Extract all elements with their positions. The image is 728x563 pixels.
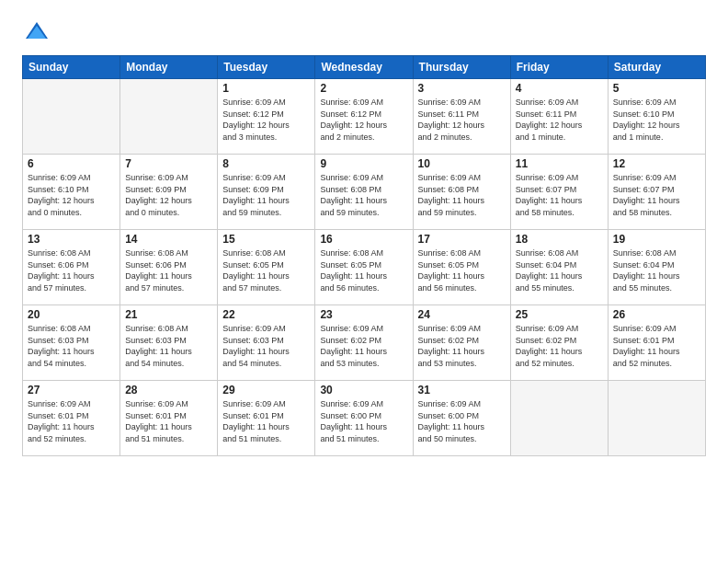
calendar-day-cell: 10Sunrise: 6:09 AM Sunset: 6:08 PM Dayli… xyxy=(413,155,510,230)
day-info: Sunrise: 6:09 AM Sunset: 6:07 PM Dayligh… xyxy=(516,172,603,218)
day-number: 27 xyxy=(28,384,115,396)
day-number: 2 xyxy=(320,82,407,95)
calendar-day-cell: 15Sunrise: 6:08 AM Sunset: 6:05 PM Dayli… xyxy=(218,230,315,305)
calendar-table: SundayMondayTuesdayWednesdayThursdayFrid… xyxy=(22,55,706,456)
day-number: 7 xyxy=(125,157,212,170)
day-info: Sunrise: 6:09 AM Sunset: 6:11 PM Dayligh… xyxy=(418,97,506,143)
calendar-week-row: 13Sunrise: 6:08 AM Sunset: 6:06 PM Dayli… xyxy=(23,230,706,305)
day-info: Sunrise: 6:08 AM Sunset: 6:06 PM Dayligh… xyxy=(125,247,212,293)
day-number: 22 xyxy=(222,308,310,321)
day-info: Sunrise: 6:09 AM Sunset: 6:00 PM Dayligh… xyxy=(418,398,506,444)
day-info: Sunrise: 6:08 AM Sunset: 6:04 PM Dayligh… xyxy=(613,247,700,293)
day-number: 26 xyxy=(613,308,700,321)
day-info: Sunrise: 6:09 AM Sunset: 6:09 PM Dayligh… xyxy=(125,172,212,218)
day-number: 3 xyxy=(418,82,506,95)
day-info: Sunrise: 6:08 AM Sunset: 6:03 PM Dayligh… xyxy=(125,323,212,369)
day-number: 21 xyxy=(125,308,212,321)
weekday-header-cell: Sunday xyxy=(23,56,120,79)
day-number: 8 xyxy=(222,157,310,170)
logo-icon xyxy=(24,18,50,44)
calendar-day-cell: 1Sunrise: 6:09 AM Sunset: 6:12 PM Daylig… xyxy=(218,79,315,155)
calendar-day-cell: 25Sunrise: 6:09 AM Sunset: 6:02 PM Dayli… xyxy=(510,305,608,381)
calendar-day-cell xyxy=(120,79,218,155)
calendar-body: 1Sunrise: 6:09 AM Sunset: 6:12 PM Daylig… xyxy=(23,79,706,456)
day-number: 16 xyxy=(320,233,407,246)
calendar-day-cell: 12Sunrise: 6:09 AM Sunset: 6:07 PM Dayli… xyxy=(608,155,705,230)
day-number: 18 xyxy=(516,233,603,246)
day-number: 25 xyxy=(516,308,603,321)
day-info: Sunrise: 6:09 AM Sunset: 6:01 PM Dayligh… xyxy=(125,398,212,444)
calendar-day-cell: 6Sunrise: 6:09 AM Sunset: 6:10 PM Daylig… xyxy=(23,155,120,230)
day-info: Sunrise: 6:09 AM Sunset: 6:10 PM Dayligh… xyxy=(613,97,700,143)
day-info: Sunrise: 6:09 AM Sunset: 6:02 PM Dayligh… xyxy=(516,323,603,369)
weekday-header-cell: Tuesday xyxy=(218,56,315,79)
calendar-day-cell: 26Sunrise: 6:09 AM Sunset: 6:01 PM Dayli… xyxy=(608,305,705,381)
calendar-day-cell: 24Sunrise: 6:09 AM Sunset: 6:02 PM Dayli… xyxy=(413,305,510,381)
calendar-week-row: 1Sunrise: 6:09 AM Sunset: 6:12 PM Daylig… xyxy=(23,79,706,155)
day-info: Sunrise: 6:09 AM Sunset: 6:01 PM Dayligh… xyxy=(613,323,700,369)
weekday-header-cell: Thursday xyxy=(413,56,510,79)
day-number: 12 xyxy=(613,157,700,170)
day-number: 17 xyxy=(418,233,506,246)
calendar-day-cell: 8Sunrise: 6:09 AM Sunset: 6:09 PM Daylig… xyxy=(218,155,315,230)
calendar-day-cell xyxy=(23,79,120,155)
calendar-day-cell: 27Sunrise: 6:09 AM Sunset: 6:01 PM Dayli… xyxy=(23,381,120,456)
day-info: Sunrise: 6:08 AM Sunset: 6:05 PM Dayligh… xyxy=(418,247,506,293)
day-info: Sunrise: 6:09 AM Sunset: 6:01 PM Dayligh… xyxy=(28,398,115,444)
calendar-day-cell: 13Sunrise: 6:08 AM Sunset: 6:06 PM Dayli… xyxy=(23,230,120,305)
calendar-week-row: 20Sunrise: 6:08 AM Sunset: 6:03 PM Dayli… xyxy=(23,305,706,381)
calendar-day-cell: 17Sunrise: 6:08 AM Sunset: 6:05 PM Dayli… xyxy=(413,230,510,305)
weekday-header-cell: Monday xyxy=(120,56,218,79)
calendar-day-cell: 2Sunrise: 6:09 AM Sunset: 6:12 PM Daylig… xyxy=(315,79,413,155)
calendar-day-cell: 4Sunrise: 6:09 AM Sunset: 6:11 PM Daylig… xyxy=(510,79,608,155)
day-info: Sunrise: 6:09 AM Sunset: 6:10 PM Dayligh… xyxy=(28,172,115,218)
day-number: 14 xyxy=(125,233,212,246)
day-info: Sunrise: 6:08 AM Sunset: 6:03 PM Dayligh… xyxy=(28,323,115,369)
day-number: 10 xyxy=(418,157,506,170)
weekday-header-row: SundayMondayTuesdayWednesdayThursdayFrid… xyxy=(23,56,706,79)
calendar-day-cell: 22Sunrise: 6:09 AM Sunset: 6:03 PM Dayli… xyxy=(218,305,315,381)
calendar-day-cell xyxy=(608,381,705,456)
day-number: 29 xyxy=(222,384,310,396)
calendar-day-cell: 29Sunrise: 6:09 AM Sunset: 6:01 PM Dayli… xyxy=(218,381,315,456)
calendar-day-cell: 14Sunrise: 6:08 AM Sunset: 6:06 PM Dayli… xyxy=(120,230,218,305)
calendar-day-cell: 23Sunrise: 6:09 AM Sunset: 6:02 PM Dayli… xyxy=(315,305,413,381)
day-number: 9 xyxy=(320,157,407,170)
day-info: Sunrise: 6:09 AM Sunset: 6:09 PM Dayligh… xyxy=(222,172,310,218)
weekday-header-cell: Wednesday xyxy=(315,56,413,79)
calendar-day-cell: 31Sunrise: 6:09 AM Sunset: 6:00 PM Dayli… xyxy=(413,381,510,456)
calendar-day-cell: 7Sunrise: 6:09 AM Sunset: 6:09 PM Daylig… xyxy=(120,155,218,230)
day-info: Sunrise: 6:08 AM Sunset: 6:06 PM Dayligh… xyxy=(28,247,115,293)
calendar-day-cell: 19Sunrise: 6:08 AM Sunset: 6:04 PM Dayli… xyxy=(608,230,705,305)
header xyxy=(22,18,706,44)
weekday-header-cell: Saturday xyxy=(608,56,705,79)
calendar-week-row: 6Sunrise: 6:09 AM Sunset: 6:10 PM Daylig… xyxy=(23,155,706,230)
day-info: Sunrise: 6:09 AM Sunset: 6:08 PM Dayligh… xyxy=(418,172,506,218)
day-info: Sunrise: 6:08 AM Sunset: 6:05 PM Dayligh… xyxy=(222,247,310,293)
weekday-header-cell: Friday xyxy=(510,56,608,79)
day-number: 6 xyxy=(28,157,115,170)
calendar-day-cell: 11Sunrise: 6:09 AM Sunset: 6:07 PM Dayli… xyxy=(510,155,608,230)
day-number: 31 xyxy=(418,384,506,396)
calendar-day-cell: 21Sunrise: 6:08 AM Sunset: 6:03 PM Dayli… xyxy=(120,305,218,381)
calendar-day-cell: 5Sunrise: 6:09 AM Sunset: 6:10 PM Daylig… xyxy=(608,79,705,155)
day-info: Sunrise: 6:09 AM Sunset: 6:07 PM Dayligh… xyxy=(613,172,700,218)
calendar-day-cell: 30Sunrise: 6:09 AM Sunset: 6:00 PM Dayli… xyxy=(315,381,413,456)
day-number: 4 xyxy=(516,82,603,95)
page: SundayMondayTuesdayWednesdayThursdayFrid… xyxy=(0,0,728,563)
day-number: 20 xyxy=(28,308,115,321)
day-info: Sunrise: 6:09 AM Sunset: 6:02 PM Dayligh… xyxy=(418,323,506,369)
day-number: 11 xyxy=(516,157,603,170)
logo xyxy=(22,18,50,44)
day-info: Sunrise: 6:08 AM Sunset: 6:04 PM Dayligh… xyxy=(516,247,603,293)
day-number: 13 xyxy=(28,233,115,246)
day-number: 23 xyxy=(320,308,407,321)
day-number: 5 xyxy=(613,82,700,95)
day-info: Sunrise: 6:09 AM Sunset: 6:12 PM Dayligh… xyxy=(320,97,407,143)
calendar-day-cell: 18Sunrise: 6:08 AM Sunset: 6:04 PM Dayli… xyxy=(510,230,608,305)
day-info: Sunrise: 6:09 AM Sunset: 6:03 PM Dayligh… xyxy=(222,323,310,369)
day-number: 1 xyxy=(222,82,310,95)
calendar-day-cell: 16Sunrise: 6:08 AM Sunset: 6:05 PM Dayli… xyxy=(315,230,413,305)
day-info: Sunrise: 6:09 AM Sunset: 6:12 PM Dayligh… xyxy=(222,97,310,143)
day-number: 28 xyxy=(125,384,212,396)
